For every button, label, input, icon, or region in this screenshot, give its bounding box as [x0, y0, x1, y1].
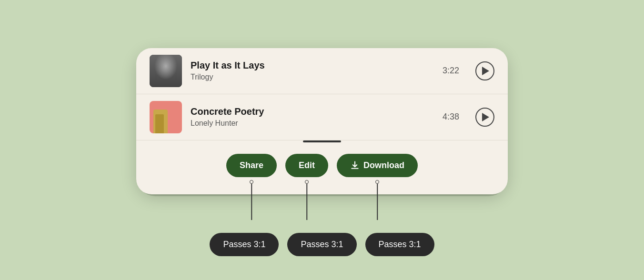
play-icon [482, 67, 489, 75]
track-artist: Lonely Hunter [191, 119, 434, 128]
connector-dot-download [375, 180, 379, 184]
connector-dot-edit [305, 180, 309, 184]
track-title: Play It as It Lays [191, 60, 434, 71]
track-info: Concrete Poetry Lonely Hunter [191, 106, 434, 128]
track-artist: Trilogy [191, 73, 434, 81]
download-label: Download [363, 160, 404, 170]
phone-container: Play It as It Lays Trilogy 3:22 Concrete… [136, 48, 508, 194]
edit-label: Edit [299, 160, 315, 170]
connector-line-edit [306, 184, 307, 220]
track-list: Play It as It Lays Trilogy 3:22 Concrete… [136, 48, 508, 140]
connector-line-share [251, 184, 252, 220]
play-icon [482, 113, 489, 121]
track-item: Concrete Poetry Lonely Hunter 4:38 [136, 94, 508, 140]
share-label: Share [240, 160, 263, 170]
tooltip-edit: Passes 3:1 [287, 233, 356, 256]
download-button[interactable]: Download [337, 154, 418, 177]
tooltip-row: Passes 3:1 Passes 3:1 Passes 3:1 [136, 233, 508, 256]
share-button[interactable]: Share [226, 154, 277, 177]
edit-button[interactable]: Edit [285, 154, 328, 177]
play-button-2[interactable] [475, 108, 494, 127]
tooltip-share: Passes 3:1 [210, 233, 279, 256]
connector-line-download [377, 184, 378, 220]
play-button-1[interactable] [475, 61, 494, 80]
track-info: Play It as It Lays Trilogy [191, 60, 434, 81]
connector-dot-share [250, 180, 253, 184]
track-duration: 4:38 [443, 112, 459, 122]
track-title: Concrete Poetry [191, 106, 434, 117]
track-duration: 3:22 [443, 66, 459, 76]
track-artwork-trilogy [150, 55, 182, 87]
action-bar: Share Edit Download [136, 140, 508, 194]
track-item: Play It as It Lays Trilogy 3:22 [136, 48, 508, 94]
track-artwork-poetry [150, 101, 182, 133]
download-icon [350, 160, 360, 170]
tooltip-download: Passes 3:1 [365, 233, 434, 256]
